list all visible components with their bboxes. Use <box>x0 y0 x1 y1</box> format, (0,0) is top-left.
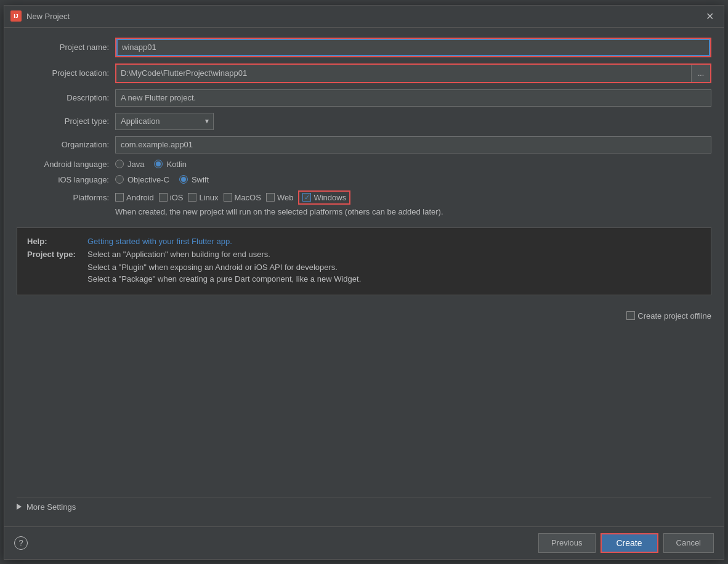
ios-objc-option[interactable]: Objective-C <box>115 175 169 184</box>
ios-language-group: Objective-C Swift <box>115 175 711 184</box>
help-section: Help: Getting started with your first Fl… <box>17 227 711 295</box>
platform-ios-option[interactable]: iOS <box>159 193 184 202</box>
ios-objc-radio[interactable] <box>115 175 124 184</box>
description-label: Description: <box>17 93 115 102</box>
android-language-group: Java Kotlin <box>115 160 711 169</box>
ios-swift-option[interactable]: Swift <box>179 175 209 184</box>
project-name-row: Project name: <box>17 38 711 57</box>
organization-input[interactable] <box>115 136 711 153</box>
footer: ? Previous Create Cancel <box>4 526 724 559</box>
platforms-group: Android iOS Linux MacOS Web <box>115 190 350 205</box>
more-settings[interactable]: More Settings <box>17 497 711 517</box>
titlebar: IJ New Project ✕ <box>4 6 724 28</box>
android-kotlin-label: Kotlin <box>166 160 187 169</box>
project-type-row: Project type: Application Plugin Package… <box>17 113 711 130</box>
platform-android-checkbox[interactable] <box>115 193 124 202</box>
project-name-outer <box>115 38 711 57</box>
android-kotlin-option[interactable]: Kotlin <box>154 160 187 169</box>
help-line3-row: Select a "Package" when creating a pure … <box>87 274 701 284</box>
ios-swift-label: Swift <box>192 175 209 184</box>
help-label: Help: <box>27 237 83 246</box>
platform-macos-label: MacOS <box>235 193 261 202</box>
help-link[interactable]: Getting started with your first Flutter … <box>87 237 232 246</box>
platforms-row: Platforms: Android iOS Linux MacOS <box>17 190 711 205</box>
offline-label: Create project offline <box>637 311 711 321</box>
app-icon: IJ <box>10 10 22 22</box>
spacer <box>17 327 711 497</box>
ios-language-label: iOS language: <box>17 175 115 184</box>
project-location-input[interactable] <box>116 65 691 82</box>
platform-android-label: Android <box>126 193 154 202</box>
close-button[interactable]: ✕ <box>702 9 718 23</box>
platform-windows-label: Windows <box>313 193 346 202</box>
help-line1: Select an "Application" when building fo… <box>87 250 270 259</box>
help-button[interactable]: ? <box>14 536 28 550</box>
new-project-dialog: IJ New Project ✕ Project name: Project l… <box>4 5 724 560</box>
create-button[interactable]: Create <box>601 533 658 553</box>
expand-icon <box>17 504 22 510</box>
offline-checkbox[interactable] <box>626 311 635 320</box>
cancel-button[interactable]: Cancel <box>663 533 714 553</box>
platform-linux-checkbox[interactable] <box>188 193 196 202</box>
description-row: Description: <box>17 89 711 107</box>
help-line2: Select a "Plugin" when exposing an Andro… <box>87 263 338 272</box>
project-name-label: Project name: <box>17 43 115 52</box>
help-project-type-label: Project type: <box>27 250 83 259</box>
dialog-body: Project name: Project location: ... Desc… <box>4 28 724 526</box>
project-location-outer: ... <box>115 63 711 83</box>
platform-web-option[interactable]: Web <box>266 193 294 202</box>
android-language-label: Android language: <box>17 160 115 169</box>
help-line3: Select a "Package" when creating a pure … <box>87 274 361 284</box>
platforms-note: When created, the new project will run o… <box>115 207 711 216</box>
android-java-radio[interactable] <box>115 160 124 168</box>
footer-left: ? <box>14 536 28 550</box>
android-kotlin-radio[interactable] <box>154 160 163 168</box>
platform-macos-checkbox[interactable] <box>224 193 232 202</box>
platform-windows-option[interactable]: ✓ Windows <box>298 190 350 205</box>
project-location-row: Project location: ... <box>17 63 711 83</box>
help-link-row: Help: Getting started with your first Fl… <box>27 237 701 246</box>
platform-windows-checkbox[interactable]: ✓ <box>302 193 311 202</box>
android-java-option[interactable]: Java <box>115 160 144 169</box>
platform-linux-label: Linux <box>199 193 218 202</box>
more-settings-label: More Settings <box>26 502 76 512</box>
checkmark-icon: ✓ <box>304 194 310 202</box>
android-language-row: Android language: Java Kotlin <box>17 160 711 169</box>
project-type-label: Project type: <box>17 116 115 126</box>
project-location-label: Project location: <box>17 68 115 78</box>
organization-row: Organization: <box>17 136 711 153</box>
platform-linux-option[interactable]: Linux <box>188 193 218 202</box>
platforms-label: Platforms: <box>17 193 115 202</box>
ios-swift-radio[interactable] <box>179 175 188 184</box>
project-type-select[interactable]: Application Plugin Package <box>115 113 214 130</box>
footer-buttons: Previous Create Cancel <box>538 533 714 553</box>
ios-objc-label: Objective-C <box>127 175 169 184</box>
platform-android-option[interactable]: Android <box>115 193 154 202</box>
platform-web-checkbox[interactable] <box>266 193 275 202</box>
dialog-title: New Project <box>26 12 70 21</box>
offline-row: Create project offline <box>17 311 711 321</box>
android-java-label: Java <box>127 160 144 169</box>
offline-option[interactable]: Create project offline <box>626 311 711 321</box>
platform-web-label: Web <box>277 193 294 202</box>
browse-button[interactable]: ... <box>691 65 710 82</box>
platform-ios-checkbox[interactable] <box>159 193 168 202</box>
ios-language-row: iOS language: Objective-C Swift <box>17 175 711 184</box>
titlebar-left: IJ New Project <box>10 10 70 22</box>
platform-macos-option[interactable]: MacOS <box>224 193 261 202</box>
project-name-input[interactable] <box>116 39 710 56</box>
description-input[interactable] <box>115 89 711 107</box>
help-project-type-row: Project type: Select an "Application" wh… <box>27 250 701 259</box>
help-line2-row: Select a "Plugin" when exposing an Andro… <box>87 263 701 272</box>
platform-ios-label: iOS <box>170 193 184 202</box>
previous-button[interactable]: Previous <box>538 533 596 553</box>
organization-label: Organization: <box>17 140 115 149</box>
project-type-select-wrapper: Application Plugin Package ▼ <box>115 113 214 130</box>
